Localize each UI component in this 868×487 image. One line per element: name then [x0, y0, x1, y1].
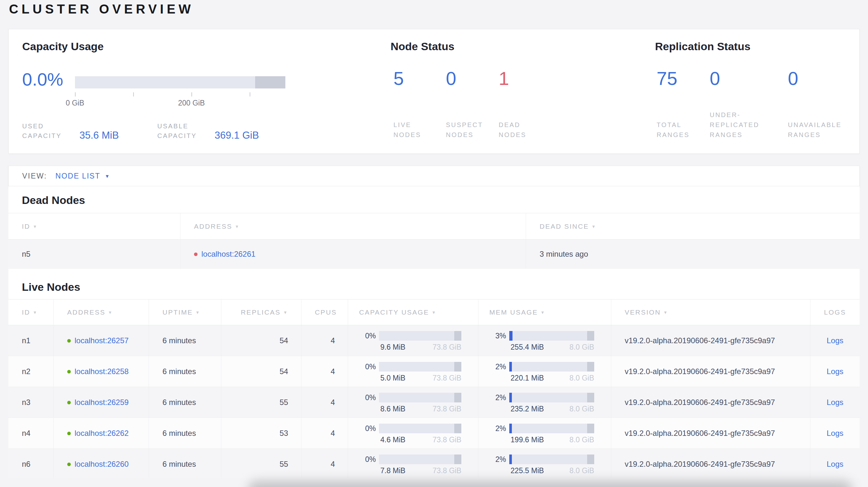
page-title: CLUSTER OVERVIEW: [9, 2, 194, 17]
capacity-total-value: 73.8 GiB: [433, 343, 462, 352]
live-col-header-version[interactable]: VERSION▼: [611, 299, 810, 325]
sort-arrow-icon: ▼: [108, 310, 113, 315]
mem-bar-endcap: [587, 455, 594, 464]
mem-used-value: 235.2 MiB: [509, 404, 544, 413]
live-node-version: v19.2.0-alpha.20190606-2491-gfe735c9a97: [611, 325, 810, 356]
sort-arrow-icon: ▼: [540, 310, 545, 315]
view-dropdown[interactable]: NODE LIST ▼: [55, 172, 110, 181]
live-col-header-uptime[interactable]: UPTIME▼: [149, 299, 221, 325]
live-node-cpus: 4: [301, 356, 348, 387]
live-node-uptime: 6 minutes: [149, 418, 221, 449]
live-node-address-link[interactable]: localhost:26259: [75, 398, 129, 407]
capacity-percent: 0%: [359, 455, 376, 464]
live-col-header-id[interactable]: ID▼: [8, 299, 53, 325]
live-node-replicas: 54: [221, 325, 301, 356]
total-ranges-count: 75: [657, 69, 678, 88]
axis-tick: [191, 92, 192, 97]
live-node-address-link[interactable]: localhost:26262: [75, 429, 129, 437]
live-node-replicas: 54: [221, 356, 301, 387]
dead-nodes-count: 1: [499, 69, 509, 88]
mem-total-value: 8.0 GiB: [569, 404, 594, 413]
capacity-total-value: 73.8 GiB: [433, 374, 462, 383]
live-node-id: n4: [8, 418, 53, 449]
live-node-id: n2: [8, 356, 53, 387]
live-node-replicas: 55: [221, 449, 301, 478]
sort-arrow-icon: ▼: [235, 224, 240, 229]
dead-col-header-address[interactable]: ADDRESS▼: [180, 213, 526, 240]
live-node-capacity-cell: 0% 5.0 MiB 73.8 GiB: [348, 356, 478, 387]
live-node-address-link[interactable]: localhost:26257: [75, 336, 129, 345]
logs-link[interactable]: Logs: [827, 460, 843, 468]
live-status-dot-icon: [67, 370, 71, 374]
under-replicated-ranges-label: UNDER-REPLICATED RANGES: [710, 110, 766, 140]
dead-col-header-id[interactable]: ID▼: [8, 213, 180, 240]
capacity-total-value: 73.8 GiB: [433, 404, 462, 413]
live-node-address-link[interactable]: localhost:26260: [75, 460, 129, 468]
axis-tick: [133, 92, 134, 97]
capacity-used-value: 7.8 MiB: [379, 466, 405, 475]
usable-capacity-label: USABLE CAPACITY: [157, 121, 209, 140]
capacity-used-value: 9.6 MiB: [379, 343, 405, 352]
live-node-address-cell: localhost:26258: [53, 356, 149, 387]
mem-usage-fill: [509, 393, 512, 402]
live-node-address-cell: localhost:26260: [53, 449, 149, 478]
mem-percent: 2%: [489, 393, 506, 402]
live-col-header-replicas[interactable]: REPLICAS▼: [221, 299, 301, 325]
sort-arrow-icon: ▼: [663, 310, 668, 315]
dead-status-dot-icon: [194, 253, 197, 256]
mem-usage-fill: [509, 424, 512, 433]
live-node-version: v19.2.0-alpha.20190606-2491-gfe735c9a97: [611, 387, 810, 418]
live-node-uptime: 6 minutes: [149, 325, 221, 356]
sort-arrow-icon: ▼: [195, 310, 200, 315]
dead-node-address-link[interactable]: localhost:26261: [202, 250, 255, 258]
dead-nodes-heading: Dead Nodes: [22, 194, 860, 206]
logs-link[interactable]: Logs: [827, 367, 843, 376]
dead-nodes-label: DEAD NODES: [499, 120, 540, 140]
logs-link[interactable]: Logs: [827, 398, 843, 407]
live-node-id: n6: [8, 449, 53, 478]
live-col-header-capacity-usage[interactable]: CAPACITY USAGE▼: [348, 299, 478, 325]
mem-used-value: 255.4 MiB: [509, 343, 544, 352]
live-status-dot-icon: [67, 339, 71, 343]
live-col-header-mem-usage[interactable]: MEM USAGE▼: [478, 299, 611, 325]
suspect-nodes-label: SUSPECT NODES: [446, 120, 488, 140]
cluster-summary-card: Capacity Usage 0.0% 0 GiB 200 GiB USED C…: [8, 29, 860, 154]
live-node-uptime: 6 minutes: [149, 356, 221, 387]
live-node-address-link[interactable]: localhost:26258: [75, 367, 129, 376]
live-node-row: n4 localhost:26262 6 minutes 53 4 0% 4.6…: [8, 418, 860, 449]
capacity-gauge-nonusable-segment: [255, 76, 285, 89]
mem-usage-bar: [509, 362, 594, 371]
live-col-header-cpus[interactable]: CPUS: [301, 299, 348, 325]
live-node-address-cell: localhost:26257: [53, 325, 149, 356]
sort-arrow-icon: ▼: [33, 224, 38, 229]
axis-tick: [75, 92, 75, 97]
live-node-uptime: 6 minutes: [149, 449, 221, 478]
used-capacity-value: 35.6 MiB: [80, 130, 119, 141]
live-node-version: v19.2.0-alpha.20190606-2491-gfe735c9a97: [611, 449, 810, 478]
live-node-id: n1: [8, 325, 53, 356]
capacity-total-value: 73.8 GiB: [433, 466, 462, 475]
mem-usage-fill: [509, 331, 513, 340]
live-col-header-address[interactable]: ADDRESS▼: [53, 299, 149, 325]
mem-bar-endcap: [587, 424, 594, 433]
window-bottom-shadow: [248, 481, 852, 487]
dead-node-id: n5: [8, 240, 180, 268]
total-ranges-label: TOTAL RANGES: [657, 120, 699, 140]
capacity-used-value: 5.0 MiB: [379, 374, 405, 383]
live-node-row: n3 localhost:26259 6 minutes 55 4 0% 8.6…: [8, 387, 860, 418]
mem-usage-bar: [509, 455, 594, 464]
unavailable-ranges-label: UNAVAILABLE RANGES: [788, 120, 862, 140]
axis-tick-label-0gib: 0 GiB: [66, 99, 84, 107]
capacity-usage-bar: [379, 331, 461, 340]
live-node-cpus: 4: [301, 418, 348, 449]
live-node-logs-cell: Logs: [810, 449, 860, 478]
capacity-bar-endcap: [454, 362, 461, 371]
live-node-logs-cell: Logs: [810, 325, 860, 356]
live-nodes-count: 5: [394, 69, 404, 88]
capacity-usage-bar: [379, 424, 461, 433]
used-capacity-label: USED CAPACITY: [22, 121, 74, 140]
live-node-address-cell: localhost:26259: [53, 387, 149, 418]
logs-link[interactable]: Logs: [827, 336, 843, 345]
logs-link[interactable]: Logs: [827, 429, 843, 437]
dead-col-header-dead-since[interactable]: DEAD SINCE▼: [526, 213, 860, 240]
